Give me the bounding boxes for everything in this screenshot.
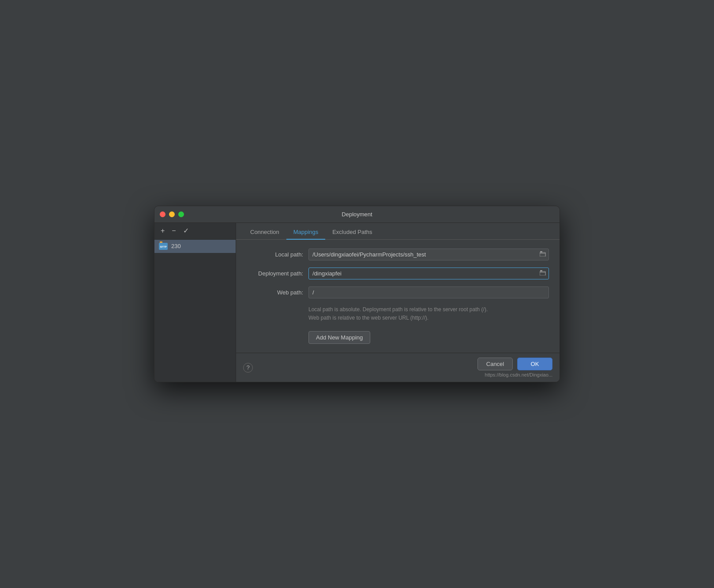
ok-button[interactable]: OK <box>517 358 552 370</box>
tab-excluded-paths[interactable]: Excluded Paths <box>325 225 379 240</box>
status-url: https://blog.csdn.net/Dingxiao... <box>485 372 552 377</box>
deployment-path-input-wrapper <box>308 268 549 279</box>
deployment-path-row: Deployment path: <box>247 268 549 279</box>
window-controls <box>160 211 184 217</box>
web-path-row: Web path: <box>247 286 549 298</box>
web-path-input-wrapper <box>308 286 549 298</box>
titlebar: Deployment <box>154 206 560 223</box>
confirm-button[interactable]: ✓ <box>181 226 191 235</box>
hint-text: Local path is absolute. Deployment path … <box>308 305 549 322</box>
local-path-label: Local path: <box>247 251 308 258</box>
tab-mappings[interactable]: Mappings <box>286 225 325 240</box>
server-list: SFTP 230 <box>154 240 236 382</box>
web-path-label: Web path: <box>247 289 308 296</box>
local-path-row: Local path: <box>247 249 549 260</box>
sidebar-toolbar: + − ✓ <box>154 223 236 240</box>
sidebar-item-230[interactable]: SFTP 230 <box>154 240 236 253</box>
server-label: 230 <box>171 243 181 249</box>
tab-bar: Connection Mappings Excluded Paths <box>236 223 560 240</box>
bottom-bar: ? Cancel OK https://blog.csdn.net/Dingxi… <box>236 353 560 382</box>
deployment-path-label: Deployment path: <box>247 270 308 277</box>
svg-rect-1 <box>540 251 542 253</box>
svg-rect-3 <box>540 270 542 271</box>
local-path-input-wrapper <box>308 249 549 260</box>
web-path-input[interactable] <box>308 286 549 298</box>
deployment-path-input[interactable] <box>308 268 549 279</box>
help-button[interactable]: ? <box>243 363 253 373</box>
main-layout: + − ✓ SFTP 230 Connection <box>154 223 560 382</box>
hint-line-1: Local path is absolute. Deployment path … <box>308 305 549 314</box>
maximize-button[interactable] <box>178 211 184 217</box>
dialog-buttons: Cancel OK <box>477 358 552 370</box>
add-mapping-button[interactable]: Add New Mapping <box>308 331 370 344</box>
hint-line-2: Web path is relative to the web server U… <box>308 314 549 322</box>
bottom-right: Cancel OK https://blog.csdn.net/Dingxiao… <box>477 358 552 377</box>
minimize-button[interactable] <box>169 211 175 217</box>
sidebar: + − ✓ SFTP 230 <box>154 223 236 382</box>
local-path-input[interactable] <box>308 249 549 260</box>
window-title: Deployment <box>342 211 372 218</box>
tab-connection[interactable]: Connection <box>243 225 286 240</box>
deployment-window: Deployment + − ✓ SFTP 230 <box>154 206 560 382</box>
add-server-button[interactable]: + <box>159 226 166 235</box>
cancel-button[interactable]: Cancel <box>477 358 513 370</box>
svg-rect-2 <box>540 271 545 275</box>
mappings-form: Local path: Deployme <box>236 240 560 353</box>
content-area: Connection Mappings Excluded Paths Local… <box>236 223 560 382</box>
sftp-icon: SFTP <box>159 243 168 250</box>
deployment-path-browse-button[interactable] <box>539 269 547 278</box>
remove-server-button[interactable]: − <box>170 226 177 235</box>
svg-rect-0 <box>540 253 545 256</box>
close-button[interactable] <box>160 211 165 217</box>
local-path-browse-button[interactable] <box>539 250 547 259</box>
